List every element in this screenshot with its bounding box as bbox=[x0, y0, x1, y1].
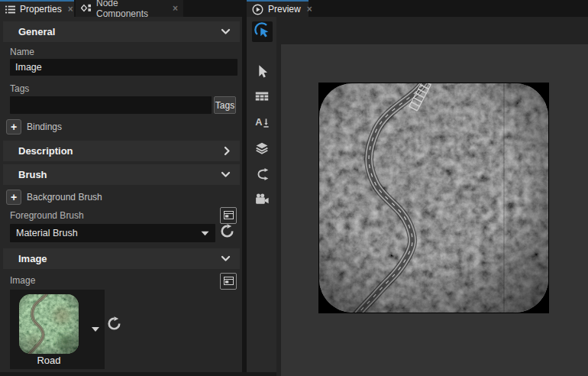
background-brush-label: Background Brush bbox=[27, 192, 102, 203]
section-header-description[interactable]: Description bbox=[3, 141, 240, 161]
table-grid-icon bbox=[254, 88, 270, 108]
panel-editor-icon bbox=[224, 274, 234, 288]
svg-text:A: A bbox=[255, 116, 262, 128]
tags-button[interactable]: Tags bbox=[214, 96, 236, 114]
grid-tool-button[interactable] bbox=[253, 89, 271, 107]
add-background-brush-button[interactable]: + bbox=[6, 190, 21, 205]
tab-properties[interactable]: Properties × bbox=[0, 0, 74, 17]
section-title: Description bbox=[18, 145, 73, 157]
section-header-image[interactable]: Image bbox=[3, 248, 240, 269]
tab-node-components[interactable]: Node Components × bbox=[76, 0, 183, 17]
layers-icon bbox=[254, 140, 270, 160]
cursor-arrow-icon bbox=[254, 63, 270, 83]
node-components-icon bbox=[81, 4, 92, 14]
image-label: Image bbox=[10, 275, 35, 286]
tab-bar: Properties × Node Components × Preview × bbox=[0, 0, 588, 17]
tab-label: Properties bbox=[20, 4, 62, 15]
interact-cursor-icon bbox=[254, 22, 271, 42]
rendered-image-node[interactable] bbox=[318, 83, 549, 313]
section-title: Brush bbox=[18, 169, 47, 180]
image-thumbnail[interactable] bbox=[19, 294, 79, 354]
section-title: Image bbox=[18, 253, 47, 264]
connections-icon bbox=[254, 166, 270, 186]
select-tool-button[interactable] bbox=[253, 63, 271, 82]
layers-tool-button[interactable] bbox=[253, 141, 271, 159]
close-icon[interactable]: × bbox=[68, 4, 73, 15]
thumbnail-dropdown-caret[interactable] bbox=[91, 322, 102, 329]
chevron-down-icon bbox=[221, 171, 231, 178]
preview-canvas[interactable] bbox=[281, 44, 588, 376]
open-editor-button[interactable] bbox=[220, 273, 237, 290]
connections-tool-button[interactable] bbox=[253, 167, 271, 185]
foreground-brush-label: Foreground Brush bbox=[10, 210, 84, 221]
tags-label: Tags bbox=[10, 83, 29, 94]
panel-bottom-edge bbox=[0, 372, 276, 376]
section-title: General bbox=[18, 26, 55, 37]
thumbnail-caption: Road bbox=[19, 355, 79, 366]
add-binding-button[interactable]: + bbox=[6, 119, 21, 135]
close-icon[interactable]: × bbox=[307, 4, 312, 15]
interact-tool-button[interactable] bbox=[252, 21, 273, 42]
section-header-general[interactable]: General bbox=[3, 21, 240, 42]
properties-panel: General Name Tags Tags + Bindings Descri… bbox=[0, 17, 242, 376]
dropdown-value: Material Brush bbox=[16, 228, 78, 238]
chevron-down-icon bbox=[221, 255, 231, 262]
tab-label: Preview bbox=[268, 4, 301, 15]
preview-toolbar: A bbox=[247, 17, 276, 376]
revert-to-default-button[interactable] bbox=[219, 225, 235, 241]
chevron-down-icon bbox=[221, 28, 231, 35]
kanzi-studio-window: Properties × Node Components × Preview ×… bbox=[0, 0, 588, 376]
section-header-brush[interactable]: Brush bbox=[3, 164, 240, 185]
close-icon[interactable]: × bbox=[173, 3, 178, 14]
bindings-label: Bindings bbox=[27, 122, 62, 132]
reset-arrow-icon bbox=[107, 316, 121, 334]
chevron-right-icon bbox=[224, 146, 231, 156]
play-circle-icon bbox=[252, 4, 263, 15]
name-label: Name bbox=[10, 47, 34, 57]
foreground-brush-dropdown[interactable]: Material Brush bbox=[10, 224, 215, 242]
tags-input[interactable] bbox=[10, 96, 212, 114]
camera-tool-button[interactable] bbox=[253, 192, 271, 210]
text-tool-button[interactable]: A bbox=[253, 115, 271, 133]
open-editor-button[interactable] bbox=[220, 207, 237, 224]
tab-preview[interactable]: Preview × bbox=[247, 0, 309, 17]
preview-panel: A bbox=[247, 17, 588, 376]
video-camera-icon bbox=[254, 191, 270, 211]
list-icon bbox=[5, 5, 15, 14]
reset-arrow-icon bbox=[220, 224, 234, 241]
panel-editor-icon bbox=[224, 209, 234, 222]
name-input[interactable] bbox=[10, 59, 237, 76]
revert-to-default-button[interactable] bbox=[106, 317, 122, 333]
text-analysis-icon: A bbox=[254, 114, 270, 134]
chevron-down-icon bbox=[201, 228, 209, 238]
